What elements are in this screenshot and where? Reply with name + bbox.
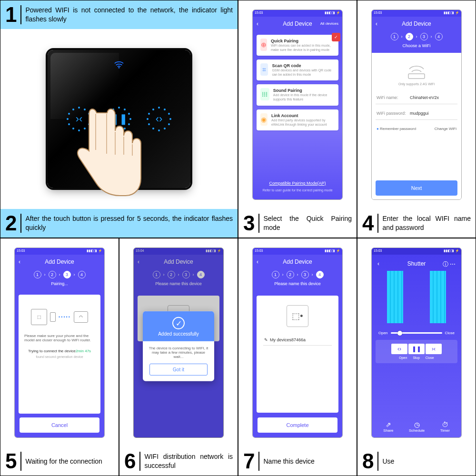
step-2-text: After the touch button is pressed for 5 … [25, 214, 233, 232]
clock-icon: ◷ [409, 421, 425, 428]
svg-point-15 [128, 113, 130, 115]
sound-pairing-option[interactable]: ⁞⁞⁞ Sound PairingAdd device in this mode… [257, 84, 338, 105]
phone-icon [50, 312, 56, 322]
svg-point-34 [147, 118, 149, 120]
svg-point-35 [148, 113, 150, 115]
remember-checkbox[interactable]: ● Remember password [377, 127, 416, 131]
svg-point-1 [78, 107, 80, 109]
all-devices-link[interactable]: All devices [320, 21, 338, 26]
svg-point-27 [168, 113, 170, 115]
wifi-icon [114, 60, 124, 71]
router-icon: Only supports 2.4G WiFi [376, 57, 457, 89]
pause-curtain-button[interactable]: ❚❚ [106, 106, 132, 132]
svg-point-20 [112, 128, 114, 129]
close-curtain-button[interactable]: ›‹ [66, 106, 92, 132]
phone-step-3: 15:03▮▮◧◨ ⚡ ‹ Add Device All devices ✓ ⊕… [252, 10, 343, 200]
compatible-mode-link[interactable]: Compatible Pairing Mode(AP) [257, 178, 338, 188]
back-icon[interactable]: ‹ [19, 258, 20, 265]
step-1-2-panel: 1 Powered WIFI is not connected to the n… [0, 0, 238, 238]
step-2-number: 2 [5, 213, 20, 234]
open-curtain-button[interactable]: ‹› [146, 106, 172, 132]
check-icon: ✓ [172, 317, 185, 329]
svg-point-5 [88, 123, 90, 125]
link-icon: ◉ [260, 113, 268, 126]
step-8-row: 8 Use [357, 447, 476, 476]
link-account-option[interactable]: ◉ Link AccountAdd third party devices su… [257, 109, 338, 130]
svg-point-16 [129, 118, 131, 120]
cancel-button[interactable]: Cancel [20, 417, 99, 433]
got-it-button[interactable]: Got it [149, 364, 208, 376]
qr-icon: ⌗ [260, 63, 268, 76]
svg-point-28 [169, 118, 171, 120]
svg-point-13 [118, 107, 120, 109]
back-icon[interactable]: ‹ [376, 20, 377, 27]
share-icon: ⇗ [383, 421, 393, 428]
svg-point-17 [128, 123, 130, 125]
svg-point-29 [168, 123, 170, 125]
selected-badge-icon: ✓ [332, 33, 340, 41]
svg-point-26 [164, 109, 166, 110]
wizard-steps: 1› 2› 3› 4 [372, 30, 461, 42]
svg-point-22 [107, 118, 109, 120]
edit-icon: ✎ [264, 337, 268, 342]
svg-point-32 [152, 128, 154, 129]
phone-step-8: 15:03▮▮◧◨ ⚡ ‹ Shutter ⓘ ⋯ Open Close [371, 248, 462, 438]
wifi-name-field[interactable]: WiFi name: ChinaNet-eV2x [376, 91, 457, 104]
quick-pairing-icon: ⊕ [260, 39, 267, 51]
phone-step-4: 15:03▮▮◧◨ ⚡ ‹ Add Device 1› 2› 3› 4 Choo… [371, 10, 462, 200]
step-8-cell: 15:03▮▮◧◨ ⚡ ‹ Shutter ⓘ ⋯ Open Close [357, 238, 476, 476]
svg-point-2 [84, 109, 86, 110]
share-button[interactable]: ⇗Share [383, 421, 393, 433]
position-slider[interactable]: Open Close [376, 329, 457, 340]
open-button[interactable]: ‹› [391, 344, 407, 354]
device-name-field[interactable]: ✎ My devices87466a [263, 335, 332, 346]
router-icon: ◠ [74, 311, 88, 323]
svg-point-18 [124, 128, 126, 129]
timer-icon: ⏱ [440, 421, 450, 428]
svg-point-9 [68, 123, 70, 125]
svg-point-4 [89, 118, 91, 120]
svg-point-11 [68, 113, 70, 115]
svg-point-23 [108, 113, 110, 115]
step-5-cell: 15:03▮▮◧◨ ⚡ ‹ Add Device 1› 2› 3› 4 Pair… [0, 238, 119, 476]
step-7-row: 7 Name this device [238, 447, 357, 476]
svg-point-12 [72, 109, 74, 110]
schedule-button[interactable]: ◷Schedule [409, 421, 425, 433]
svg-point-14 [124, 109, 126, 110]
success-modal: ✓ Added successfully The device is conne… [143, 311, 214, 381]
step-4-cell: 15:03▮▮◧◨ ⚡ ‹ Add Device 1› 2› 3› 4 Choo… [357, 0, 476, 238]
svg-point-10 [67, 118, 69, 120]
back-icon[interactable]: ‹ [377, 260, 379, 267]
step-6-row: 6 WIFI distribution network is successfu… [119, 447, 238, 476]
step-1-number: 1 [5, 4, 20, 25]
timer-button[interactable]: ⏱Timer [440, 421, 450, 433]
wifi-password-field[interactable]: WiFi password: mudpggui [376, 107, 457, 120]
step-3-row: 3 Select the Quick Pairing mode [238, 209, 357, 238]
svg-point-33 [148, 123, 150, 125]
svg-point-0 [119, 67, 120, 69]
svg-point-7 [78, 129, 80, 131]
step-1-text: Powered WIFI is not connected to the net… [25, 6, 233, 24]
scan-qr-option[interactable]: ⌗ Scan QR codeGSM devices and devices wi… [257, 60, 338, 80]
quick-pairing-option[interactable]: ✓ ⊕ Quick PairingWiFi devices can be add… [257, 35, 338, 56]
svg-point-6 [84, 128, 86, 129]
back-icon[interactable]: ‹ [257, 20, 258, 27]
info-icon[interactable]: ⓘ ⋯ [443, 260, 456, 268]
step-4-row: 4 Enter the local WIFI name and password [357, 209, 476, 238]
change-wifi-link[interactable]: Change WiFi [435, 127, 456, 131]
next-button[interactable]: Next [376, 180, 457, 196]
svg-point-24 [112, 109, 114, 110]
svg-point-31 [158, 129, 160, 131]
close-button[interactable]: ›‹ [426, 344, 442, 354]
svg-point-30 [164, 128, 166, 129]
svg-point-21 [108, 123, 110, 125]
step-6-cell: 15:04▮▮◧◨ ⚡ ‹ Add Device 1› 2› 3› 4 Plea… [119, 238, 238, 476]
phone-step-5: 15:03▮▮◧◨ ⚡ ‹ Add Device 1› 2› 3› 4 Pair… [14, 248, 105, 438]
svg-point-8 [72, 128, 74, 129]
svg-point-36 [152, 109, 154, 110]
complete-button[interactable]: Complete [258, 417, 337, 433]
stop-button[interactable]: ❚❚ [408, 344, 425, 354]
wifi-switch-panel: ›‹ ❚❚ ‹› [48, 50, 190, 188]
curtain-icon [376, 271, 457, 323]
sound-icon: ⁞⁞⁞ [260, 88, 269, 100]
